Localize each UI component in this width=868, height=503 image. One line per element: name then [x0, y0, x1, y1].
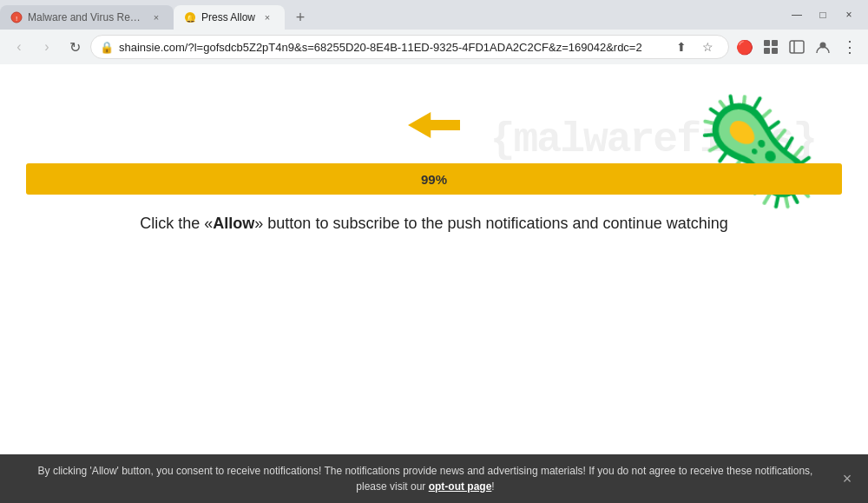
- consent-close-button[interactable]: ×: [837, 468, 858, 489]
- progress-container: 99%: [26, 163, 842, 195]
- tab1-title: Malware and Virus Removal Guid...: [28, 11, 144, 23]
- extensions-icon[interactable]: [759, 35, 783, 59]
- arrow-area: [408, 108, 460, 146]
- menu-icon[interactable]: ⋮: [837, 35, 861, 59]
- progress-bar: 99%: [26, 163, 842, 195]
- tabs-area: ! Malware and Virus Removal Guid... × 🔔 …: [0, 0, 785, 30]
- svg-text:!: !: [16, 15, 17, 23]
- browser-window: ! Malware and Virus Removal Guid... × 🔔 …: [0, 0, 868, 503]
- progress-label: 99%: [421, 172, 447, 187]
- page-content: {malwarefixes} 🦠 99% Click the «Allow» b…: [0, 64, 868, 503]
- address-bar[interactable]: 🔒 shainsie.com/?l=gofsdcb5Z2pT4n9&s=6825…: [90, 35, 729, 59]
- watermark-text: {malwarefixes}: [490, 116, 816, 163]
- refresh-button[interactable]: ↻: [62, 35, 87, 59]
- svg-rect-6: [764, 48, 770, 54]
- window-controls: — □ ×: [785, 0, 868, 30]
- svg-rect-7: [772, 48, 778, 54]
- close-button[interactable]: ×: [837, 3, 861, 27]
- consent-text-after: !: [491, 480, 494, 493]
- url-text: shainsie.com/?l=gofsdcb5Z2pT4n9&s=68255D…: [119, 41, 664, 54]
- cta-text: Click the «Allow» button to subscribe to…: [140, 212, 727, 235]
- tab1-close[interactable]: ×: [149, 10, 163, 24]
- title-bar: ! Malware and Virus Removal Guid... × 🔔 …: [0, 0, 868, 30]
- back-button[interactable]: ‹: [7, 35, 31, 59]
- address-action-buttons: ⬆ ☆: [669, 35, 720, 59]
- svg-text:🔔: 🔔: [186, 13, 196, 23]
- extension-red-icon[interactable]: 🔴: [733, 35, 757, 59]
- svg-rect-5: [772, 40, 778, 46]
- new-tab-button[interactable]: +: [288, 5, 312, 30]
- address-bar-row: ‹ › ↻ 🔒 shainsie.com/?l=gofsdcb5Z2pT4n9&…: [0, 30, 868, 64]
- consent-bar: By clicking 'Allow' button, you consent …: [0, 454, 868, 503]
- svg-rect-8: [790, 41, 804, 53]
- cta-allow-word: Allow: [213, 215, 254, 232]
- opt-out-link[interactable]: opt-out page: [429, 480, 492, 493]
- bookmark-icon[interactable]: ☆: [695, 35, 720, 59]
- sidebar-icon[interactable]: [785, 35, 809, 59]
- consent-text-visit: please visit our: [356, 480, 428, 493]
- extensions-area: 🔴 ⋮: [733, 35, 861, 59]
- profile-icon[interactable]: [811, 35, 835, 59]
- share-icon[interactable]: ⬆: [669, 35, 694, 59]
- tab2-close[interactable]: ×: [260, 10, 274, 24]
- svg-marker-11: [408, 112, 460, 138]
- tab-press-allow[interactable]: 🔔 Press Allow ×: [174, 5, 285, 30]
- tab1-favicon: !: [10, 11, 23, 23]
- consent-text-before-link: By clicking 'Allow' button, you consent …: [38, 465, 813, 477]
- tab2-favicon: 🔔: [184, 11, 196, 23]
- minimize-button[interactable]: —: [785, 3, 809, 27]
- left-arrow-icon: [408, 108, 460, 142]
- forward-button[interactable]: ›: [35, 35, 59, 59]
- tab2-title: Press Allow: [201, 11, 255, 23]
- tab-malware[interactable]: ! Malware and Virus Removal Guid... ×: [0, 5, 174, 30]
- maximize-button[interactable]: □: [811, 3, 835, 27]
- lock-icon: 🔒: [100, 41, 114, 54]
- svg-rect-4: [764, 40, 770, 46]
